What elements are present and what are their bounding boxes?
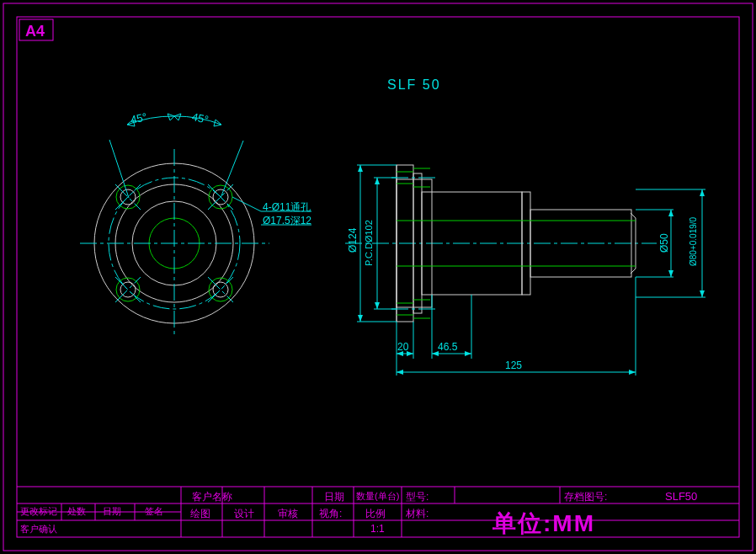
dim-pcd: P.C.DØ102 xyxy=(364,220,374,266)
tb-rev-label: 更改标记 xyxy=(20,505,57,518)
drawing-title: SLF 50 xyxy=(387,77,441,93)
tb-partno: SLF50 xyxy=(665,490,697,503)
hole-note-1: 4-Ø11通孔 xyxy=(263,200,311,215)
tb-unit-label: 单位:MM xyxy=(492,508,595,540)
tb-proj-label: 视角: xyxy=(319,507,342,521)
tb-scale-label: 比例 xyxy=(365,507,386,521)
dim-125: 125 xyxy=(505,360,522,371)
tb-qty-label: 数量(单台) xyxy=(356,490,399,503)
dim-20: 20 xyxy=(397,341,408,353)
dim-46-5: 46.5 xyxy=(438,341,457,353)
tb-check-label: 审核 xyxy=(278,507,298,521)
tb-material-label: 材料: xyxy=(406,507,429,521)
tb-stored-label: 存档图号: xyxy=(564,490,607,504)
hole-note-2: Ø17.5深12 xyxy=(263,214,311,228)
tb-drawn-label: 绘图 xyxy=(190,507,210,521)
tb-proc-label: 处数 xyxy=(67,505,86,518)
tb-date2-label: 日期 xyxy=(103,505,121,518)
dim-50: Ø50 xyxy=(658,233,670,253)
dim-80tol: Ø80+0.019/0 xyxy=(689,217,698,266)
tb-scale-value: 1:1 xyxy=(370,523,385,535)
dim-outer-dia: Ø124 xyxy=(347,228,359,253)
tb-date-label: 日期 xyxy=(324,490,344,504)
tb-design-label: 设计 xyxy=(234,507,254,521)
tb-customer-label: 客户名称 xyxy=(192,490,232,504)
tb-confirm-label: 客户确认 xyxy=(20,523,57,535)
sheet-format-label: A4 xyxy=(25,23,45,40)
svg-line-27 xyxy=(221,141,243,198)
tb-model-label: 型号: xyxy=(406,490,429,504)
tb-sign-label: 签名 xyxy=(145,505,163,518)
